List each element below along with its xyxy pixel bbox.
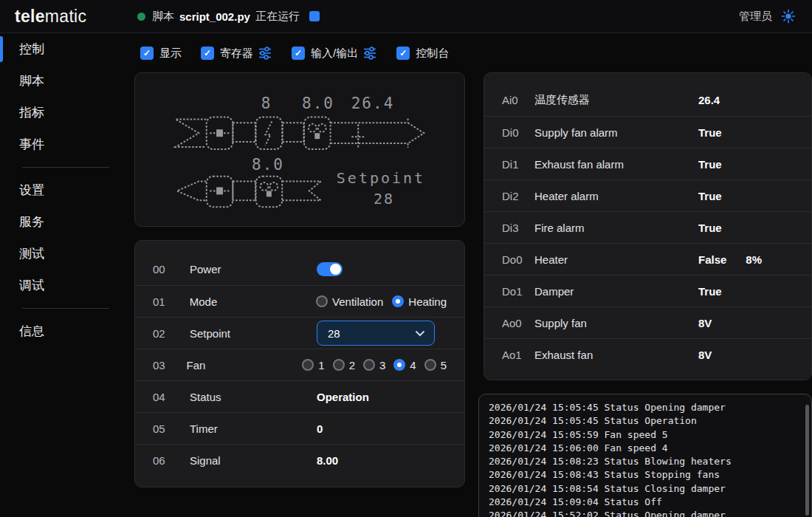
console-line: 2026/01/24 15:08:23 Status Blowing heate… xyxy=(489,455,796,468)
io-row-ao1: Ao1 Exhaust fan 8V xyxy=(484,338,811,370)
sidebar-item-control[interactable]: 控制 xyxy=(0,33,123,65)
logo-text-bold: tele xyxy=(15,7,45,26)
io-code: Ao0 xyxy=(502,317,534,329)
registers-checkbox-label: 寄存器 xyxy=(220,47,253,61)
io-code: Ao1 xyxy=(502,349,534,361)
io-code: Di3 xyxy=(502,222,534,234)
io-row-do1: Do1 Damper True xyxy=(484,275,811,307)
fan-option-4[interactable]: 4 xyxy=(393,359,416,372)
io-name: Fire alarm xyxy=(534,222,698,234)
chevron-down-icon xyxy=(415,330,425,337)
sidebar-item-info[interactable]: 信息 xyxy=(0,315,123,347)
console-line: 2026/01/24 15:06:00 Fan speed 4 xyxy=(489,442,796,455)
fan-option-2[interactable]: 2 xyxy=(333,359,355,372)
radio-icon[interactable] xyxy=(333,359,345,371)
console-line: 2026/01/24 15:05:59 Fan speed 5 xyxy=(489,428,796,442)
sidebar-item-events[interactable]: 事件 xyxy=(0,129,123,160)
temperature-probe-icon xyxy=(351,124,365,148)
io-panel: Ai0 温度传感器 26.4 Di0 Supply fan alarm True… xyxy=(484,72,812,380)
top-right-area: 管理员 xyxy=(739,0,796,32)
lcd-temperature-value: 26.4 xyxy=(343,95,402,112)
radio-icon-selected[interactable] xyxy=(392,295,404,307)
power-toggle[interactable] xyxy=(317,262,343,276)
io-row-ai0: Ai0 温度传感器 26.4 xyxy=(484,84,811,116)
console-scrollbar[interactable] xyxy=(805,405,809,516)
register-id: 02 xyxy=(153,327,190,340)
theme-sun-icon[interactable] xyxy=(781,9,796,24)
sidebar-item-script[interactable]: 脚本 xyxy=(0,65,123,97)
io-settings-icon[interactable] xyxy=(362,46,377,61)
radio-icon-selected[interactable] xyxy=(393,359,405,371)
console-checkbox-label: 控制台 xyxy=(416,47,449,61)
script-name: script_002.py xyxy=(179,10,250,23)
mode-option-ventilation[interactable]: Ventilation xyxy=(316,295,383,308)
exhaust-outlet-arrow xyxy=(177,182,207,201)
radio-icon[interactable] xyxy=(363,359,375,371)
fan-option-1[interactable]: 1 xyxy=(302,359,324,372)
io-name: Exhaust fan alarm xyxy=(534,158,698,171)
io-row-di0: Di0 Supply fan alarm True xyxy=(484,116,811,148)
register-row-status: 04 Status Operation xyxy=(135,380,464,412)
toggle-console: ✓ 控制台 xyxy=(396,47,449,61)
io-row-do0: Do0 Heater False 8% xyxy=(484,243,811,275)
io-name: Exhaust fan xyxy=(534,349,698,361)
io-checkbox[interactable]: ✓ xyxy=(292,47,305,60)
io-row-ao0: Ao0 Supply fan 8V xyxy=(484,307,811,338)
register-id: 01 xyxy=(153,295,190,308)
view-toggles-toolbar: ✓ 显示 ✓ 寄存器 ✓ 输入/输出 ✓ 控制台 xyxy=(140,42,449,64)
io-value: True xyxy=(698,285,722,298)
fan-option-5[interactable]: 5 xyxy=(424,359,447,372)
sidebar-divider xyxy=(22,308,109,309)
fan-option-label: 2 xyxy=(349,359,355,372)
sidebar-item-test[interactable]: 测试 xyxy=(0,238,123,270)
io-code: Di0 xyxy=(502,126,534,139)
radio-icon[interactable] xyxy=(424,359,436,371)
console-line: 2026/01/24 15:52:02 Status Opening dampe… xyxy=(489,509,796,517)
io-code: Do0 xyxy=(502,253,534,266)
console-line: 2026/01/24 15:09:04 Status Off xyxy=(489,496,796,509)
lcd-setpoint-label: Setpoint xyxy=(333,169,429,187)
sidebar-item-metrics[interactable]: 指标 xyxy=(0,97,123,129)
io-value: True xyxy=(698,222,722,234)
io-value: False xyxy=(698,253,726,266)
logo-text-light: matic xyxy=(45,7,86,26)
io-value: True xyxy=(698,190,722,202)
heater-bolt-icon xyxy=(265,121,272,145)
script-status-prefix: 脚本 xyxy=(152,10,174,24)
fan-option-3[interactable]: 3 xyxy=(363,359,385,372)
io-row-di1: Di1 Exhaust fan alarm True xyxy=(484,148,811,179)
app-logo: telematic xyxy=(15,7,86,27)
top-bar: telematic 脚本 script_002.py 正在运行 管理员 xyxy=(0,0,812,33)
sidebar-item-services[interactable]: 服务 xyxy=(0,206,123,238)
user-label[interactable]: 管理员 xyxy=(739,10,772,24)
setpoint-select[interactable]: 28 xyxy=(317,321,435,346)
console-checkbox[interactable]: ✓ xyxy=(396,47,410,60)
display-checkbox[interactable]: ✓ xyxy=(140,47,154,60)
io-value: 8V xyxy=(698,317,712,329)
timer-value: 0 xyxy=(317,422,323,435)
exhaust-inlet-fishtail xyxy=(282,182,320,201)
register-row-timer: 05 Timer 0 xyxy=(135,412,464,444)
sidebar-item-debug[interactable]: 调试 xyxy=(0,270,123,301)
stop-script-button[interactable] xyxy=(309,11,320,21)
display-checkbox-label: 显示 xyxy=(159,47,182,61)
register-label: Power xyxy=(190,263,317,275)
io-value: True xyxy=(698,158,722,171)
register-id: 06 xyxy=(153,454,190,467)
signal-value: 8.00 xyxy=(317,454,338,467)
script-status-suffix: 正在运行 xyxy=(255,10,300,24)
mode-option-heating[interactable]: Heating xyxy=(392,295,447,308)
registers-checkbox[interactable]: ✓ xyxy=(201,47,214,60)
register-label: Setpoint xyxy=(190,327,317,340)
supply-inlet-arrow xyxy=(176,119,207,147)
registers-settings-icon[interactable] xyxy=(258,46,272,61)
radio-icon[interactable] xyxy=(302,359,314,371)
register-id: 04 xyxy=(153,391,190,403)
fan-option-label: 4 xyxy=(410,359,416,372)
io-row-di3: Di3 Fire alarm True xyxy=(484,211,811,243)
heater-box xyxy=(256,117,283,149)
register-id: 05 xyxy=(153,422,190,435)
console-panel[interactable]: 2026/01/24 15:05:45 Status Opening dampe… xyxy=(478,394,812,517)
sidebar-item-settings[interactable]: 设置 xyxy=(0,174,123,206)
radio-icon[interactable] xyxy=(316,295,328,307)
